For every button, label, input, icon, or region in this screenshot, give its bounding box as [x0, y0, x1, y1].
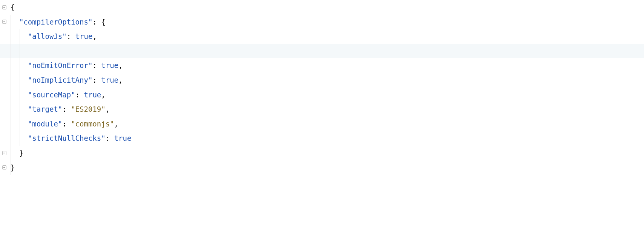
token-key: "sourceMap" — [28, 88, 75, 102]
indent — [11, 117, 28, 131]
code-line[interactable]: "target": "ES2019", — [11, 102, 644, 117]
code-line[interactable]: "strictNullChecks": true — [11, 131, 644, 146]
token-comma: , — [101, 88, 105, 102]
fold-end-icon[interactable] — [2, 150, 7, 156]
token-comma: , — [92, 29, 97, 44]
token-punct: : — [92, 15, 101, 29]
indent — [11, 73, 28, 88]
token-comma: , — [114, 117, 118, 131]
code-line[interactable] — [0, 44, 644, 59]
token-key: "noImplicitAny" — [28, 73, 93, 88]
token-str: "ES2019" — [71, 102, 106, 117]
token-key: "allowJs" — [28, 29, 67, 44]
fold-gutter — [0, 0, 8, 189]
token-bool: true — [84, 88, 101, 102]
code-line[interactable]: "allowJs": true, — [11, 29, 644, 44]
indent — [11, 146, 19, 160]
token-key: "target" — [28, 102, 63, 117]
token-comma: , — [118, 73, 123, 88]
token-comma: , — [118, 58, 123, 73]
indent — [11, 29, 28, 44]
code-editor[interactable]: { "compilerOptions": { "allowJs": true, … — [0, 0, 644, 189]
token-punct: : — [75, 88, 84, 102]
fold-collapse-icon[interactable] — [2, 5, 7, 10]
token-punct: : — [106, 131, 114, 146]
token-punct: : — [92, 58, 101, 73]
token-key: "noEmitOnError" — [28, 58, 93, 73]
indent — [11, 15, 19, 29]
token-punct: } — [19, 146, 23, 160]
token-key: "module" — [28, 117, 63, 131]
indent-guide — [11, 15, 11, 175]
token-punct: } — [11, 160, 15, 175]
token-bool: true — [114, 131, 132, 146]
code-line[interactable]: } — [11, 146, 644, 160]
indent-guide — [20, 29, 20, 146]
code-line[interactable]: "noEmitOnError": true, — [11, 58, 644, 73]
token-key: "compilerOptions" — [19, 15, 92, 29]
token-bool: true — [75, 29, 93, 44]
indent — [11, 58, 28, 73]
token-punct: : — [62, 117, 71, 131]
code-area[interactable]: { "compilerOptions": { "allowJs": true, … — [11, 0, 644, 189]
token-punct: : — [62, 102, 71, 117]
token-key: "strictNullChecks" — [28, 131, 106, 146]
token-punct: { — [101, 15, 105, 29]
token-bool: true — [101, 58, 118, 73]
code-line[interactable]: "sourceMap": true, — [11, 88, 644, 102]
token-punct: : — [92, 73, 101, 88]
fold-collapse-icon[interactable] — [2, 19, 7, 25]
code-line[interactable] — [11, 175, 644, 189]
code-line[interactable]: { — [11, 0, 644, 15]
code-line[interactable]: "module": "commonjs", — [11, 117, 644, 131]
token-punct: { — [11, 0, 15, 15]
token-punct: : — [67, 29, 75, 44]
indent — [11, 131, 28, 146]
code-line[interactable]: "noImplicitAny": true, — [11, 73, 644, 88]
token-bool: true — [101, 73, 118, 88]
indent — [11, 44, 28, 59]
indent — [11, 102, 28, 117]
indent — [11, 88, 28, 102]
code-line[interactable]: } — [11, 160, 644, 175]
token-str: "commonjs" — [71, 117, 114, 131]
fold-end-icon[interactable] — [2, 165, 7, 170]
token-comma: , — [106, 102, 110, 117]
code-line[interactable]: "compilerOptions": { — [11, 15, 644, 29]
